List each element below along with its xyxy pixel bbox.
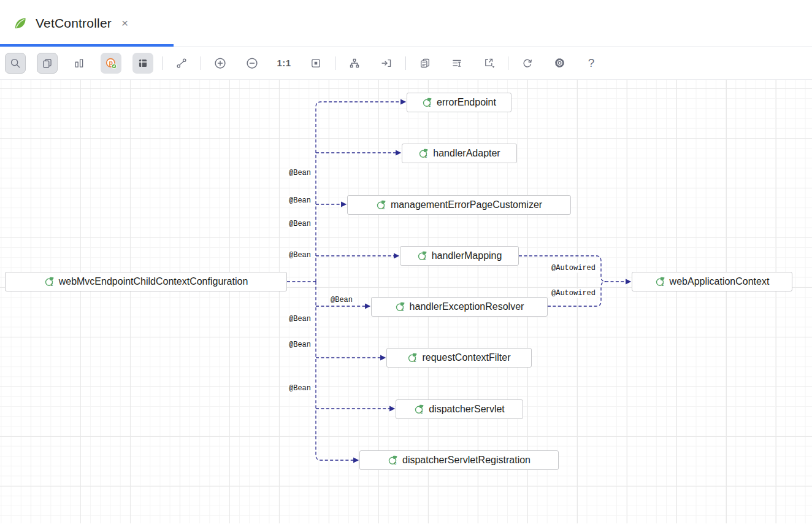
spring-profile-button[interactable]: p	[101, 53, 121, 74]
help-button[interactable]: ?	[581, 53, 602, 74]
svg-text:c: c	[423, 256, 426, 261]
toolbar-separator	[405, 56, 406, 70]
bean-node-dispatcherServlet[interactable]: c dispatcherServlet	[396, 399, 523, 419]
edge-annotation: @Bean	[288, 220, 312, 229]
edge-annotation: @Bean	[288, 341, 312, 350]
connector-icon	[176, 58, 187, 69]
spring-bean-icon: c	[376, 200, 386, 210]
tab-title: VetController	[36, 16, 112, 31]
show-edge-labels-button[interactable]	[446, 53, 467, 74]
spring-bean-icon: c	[417, 251, 427, 261]
diagram-toolbar: p	[0, 47, 812, 80]
copy-toggle-button[interactable]	[37, 53, 58, 74]
spring-bean-icon: c	[655, 277, 665, 287]
bean-name: managementErrorPageCustomizer	[391, 199, 542, 210]
diagram-canvas[interactable]: c errorEndpoint c handlerAdapter c manag…	[0, 80, 812, 523]
tab-close-icon[interactable]: ×	[121, 17, 128, 29]
active-tab-underline	[0, 44, 174, 47]
edge-annotation: @Autowired	[550, 264, 597, 273]
spring-bean-icon: c	[44, 277, 55, 287]
bar-chart-button[interactable]	[69, 53, 90, 74]
export-button[interactable]	[478, 53, 499, 74]
magnifier-icon	[10, 58, 21, 69]
bean-node-managementErrorPageCustomizer[interactable]: c managementErrorPageCustomizer	[347, 195, 571, 215]
bean-name: webApplicationContext	[670, 276, 770, 287]
edge-annotation: @Bean	[288, 169, 312, 178]
gear-icon	[554, 57, 565, 69]
editor-tab-bar: VetController ×	[0, 0, 812, 47]
toolbar-separator	[335, 56, 335, 70]
settings-button[interactable]	[549, 53, 570, 74]
hierarchy-button[interactable]	[344, 53, 365, 74]
bean-node-handlerMapping[interactable]: c handlerMapping	[400, 246, 519, 266]
spring-bean-icon: c	[414, 404, 424, 415]
zoom-in-icon	[214, 57, 226, 69]
svg-text:c: c	[401, 307, 404, 312]
zoom-out-button[interactable]	[242, 53, 262, 74]
bean-name: errorEndpoint	[437, 97, 496, 108]
fit-content-icon	[310, 58, 321, 69]
magnifier-button[interactable]	[5, 53, 26, 74]
apply-layout-button[interactable]	[376, 53, 397, 74]
bean-node-webApplicationContext[interactable]: c webApplicationContext	[632, 272, 792, 291]
spring-bean-icon: c	[418, 148, 429, 159]
actual-size-button[interactable]: 1:1	[274, 53, 294, 74]
tab-vetcontroller[interactable]: VetController ×	[0, 0, 174, 46]
toolbar-separator	[508, 56, 508, 70]
documents-icon	[419, 58, 431, 69]
arrow-into-bracket-icon	[381, 58, 392, 69]
svg-text:c: c	[421, 410, 423, 414]
bean-name: webMvcEndpointChildContextConfiguration	[59, 276, 248, 287]
bean-node-handlerAdapter[interactable]: c handlerAdapter	[402, 144, 517, 163]
svg-text:c: c	[382, 206, 385, 210]
bean-name: handlerAdapter	[433, 148, 500, 159]
edge-annotation: @Bean	[288, 315, 312, 324]
spring-bean-icon: c	[407, 353, 418, 363]
connector-button[interactable]	[171, 53, 192, 74]
svg-text:c: c	[425, 154, 427, 158]
bean-node-errorEndpoint[interactable]: c errorEndpoint	[407, 93, 511, 112]
svg-text:c: c	[394, 461, 397, 465]
toolbar-separator	[162, 56, 163, 70]
actual-size-label: 1:1	[277, 58, 291, 68]
bar-chart-icon	[74, 58, 85, 69]
edge-annotation: @Bean	[329, 296, 354, 305]
edge-annotation: @Bean	[288, 196, 312, 206]
refresh-icon	[522, 58, 533, 69]
edge-annotation: @Bean	[288, 384, 312, 393]
bean-node-requestContextFilter[interactable]: c requestContextFilter	[386, 348, 532, 368]
dependency-edge	[316, 282, 354, 460]
zoom-out-icon	[246, 57, 258, 69]
dependency-edge	[316, 102, 401, 282]
fit-content-button[interactable]	[305, 53, 326, 74]
bean-name: dispatcherServlet	[429, 404, 505, 415]
spring-profile-icon: p	[105, 58, 117, 69]
svg-text:c: c	[661, 282, 664, 287]
grid-legend-icon	[137, 58, 148, 69]
spring-leaf-icon	[12, 15, 28, 31]
edge-annotation: @Bean	[288, 251, 312, 260]
svg-text:c: c	[50, 282, 53, 287]
spring-bean-icon: c	[388, 455, 398, 466]
bean-name: requestContextFilter	[422, 352, 510, 363]
bean-node-handlerExceptionResolver[interactable]: c handlerExceptionResolver	[371, 297, 548, 317]
bean-name: handlerMapping	[432, 250, 502, 261]
copy-diagram-button[interactable]	[415, 53, 435, 74]
toolbar-separator	[201, 56, 201, 70]
bean-name: dispatcherServletRegistration	[402, 455, 530, 466]
zoom-in-button[interactable]	[210, 53, 231, 74]
spring-bean-icon: c	[395, 302, 405, 312]
ide-window: VetController × p	[0, 0, 812, 524]
svg-text:c: c	[429, 103, 431, 107]
svg-text:c: c	[414, 358, 416, 363]
edge-annotation: @Autowired	[550, 289, 597, 298]
refresh-button[interactable]	[517, 53, 538, 74]
grid-legend-button[interactable]	[132, 53, 153, 74]
help-label: ?	[588, 56, 595, 70]
hierarchy-icon	[349, 58, 360, 69]
export-icon	[483, 57, 495, 69]
copy-icon	[42, 58, 53, 69]
bean-node-dispatcherServletRegistration[interactable]: c dispatcherServletRegistration	[359, 450, 559, 470]
bean-node-webMvcEndpointChildContextConfiguration[interactable]: c webMvcEndpointChildContextConfiguratio…	[5, 272, 287, 291]
list-cursor-icon	[451, 58, 462, 69]
